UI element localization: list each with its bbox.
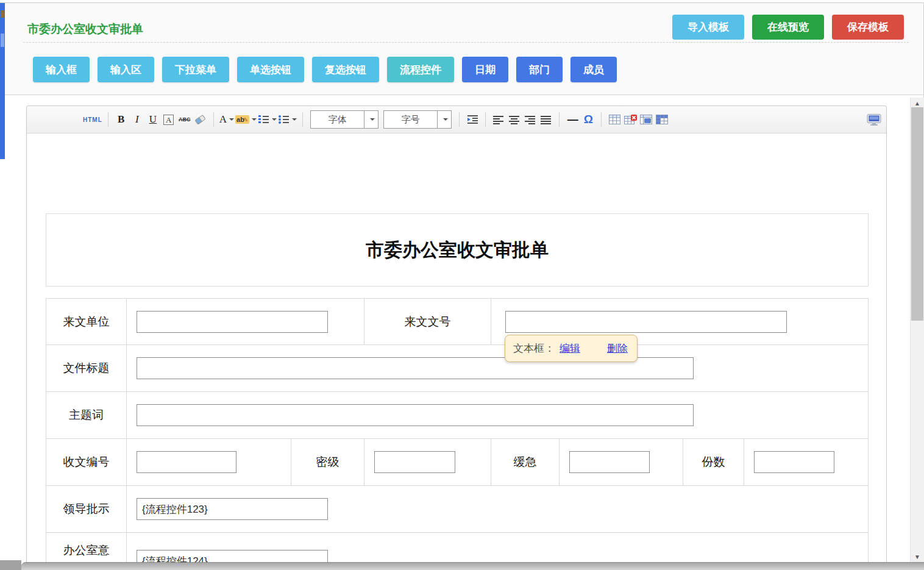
toolbar-separator [601, 112, 602, 127]
form-input-source-unit[interactable] [137, 311, 328, 333]
highlight-icon: ab✎ [235, 115, 249, 124]
underline-button[interactable]: U [146, 111, 160, 128]
bottom-horizontal-bar[interactable] [21, 562, 924, 570]
palette-radio-button[interactable]: 单选按钮 [237, 57, 304, 82]
header: 市委办公室收文审批单 导入模板 在线预览 保存模板 输入框 输入区 下拉菜单 单… [5, 3, 923, 95]
highlight-color-button[interactable]: ab✎ [235, 111, 257, 128]
insert-table-button[interactable] [607, 111, 622, 128]
table-row: 收文编号 密级 缓急 份数 [46, 439, 868, 486]
form-input-subject[interactable] [137, 404, 694, 426]
cell-source-unit [127, 299, 364, 344]
table-merge-icon [640, 115, 652, 124]
label-source-unit: 来文单位 [46, 299, 127, 344]
form-input-leader-note[interactable] [137, 498, 328, 520]
italic-button[interactable]: I [130, 111, 144, 128]
page-title: 市委办公室收文审批单 [27, 21, 143, 37]
palette-checkbox-button[interactable]: 复选按钮 [312, 57, 379, 82]
form-input-receipt-number[interactable] [137, 451, 236, 473]
palette-member-button[interactable]: 成员 [570, 57, 617, 82]
palette-department-button[interactable]: 部门 [516, 57, 563, 82]
font-family-arrow[interactable] [364, 111, 378, 128]
toolbar-separator [485, 112, 486, 127]
control-tooltip: 文本框： 编辑 删除 [505, 335, 638, 362]
form-input-doc-number[interactable] [505, 311, 787, 333]
table-delete-icon [624, 115, 637, 125]
align-right-icon [525, 115, 536, 124]
online-preview-button[interactable]: 在线预览 [752, 15, 824, 40]
font-family-label: 字体 [311, 111, 364, 128]
tooltip-edit-link[interactable]: 编辑 [560, 341, 580, 355]
font-family-select[interactable]: 字体 [310, 110, 378, 129]
toolbar-separator [559, 112, 560, 127]
import-template-button[interactable]: 导入模板 [672, 15, 744, 40]
palette-textarea-button[interactable]: 输入区 [98, 57, 154, 82]
label-classification: 密级 [291, 439, 364, 485]
left-sidebar-sliver [0, 3, 5, 159]
sidebar-sliver-icon [1, 10, 4, 18]
font-color-button[interactable]: A [219, 111, 234, 128]
scroll-down-arrow-icon[interactable]: ▼ [911, 552, 924, 561]
align-justify-icon [541, 115, 552, 124]
dashed-divider [23, 42, 909, 43]
editor-canvas[interactable]: 市委办公室收文审批单 来文单位 来文文号 文件标题 主题词 [27, 134, 886, 570]
ordered-list-icon [258, 115, 269, 124]
font-style-icon[interactable]: A [163, 115, 174, 125]
align-left-button[interactable] [491, 111, 506, 128]
align-center-icon [509, 115, 520, 124]
form-input-copies[interactable] [754, 451, 834, 473]
toolbar-separator [213, 112, 214, 127]
label-doc-number: 来文文号 [364, 299, 491, 344]
tooltip-label: 文本框： [513, 341, 555, 355]
toolbar-separator [459, 112, 460, 127]
bold-button[interactable]: B [114, 111, 129, 128]
toolbar-separator [302, 112, 303, 127]
sidebar-sliver-icon [1, 34, 4, 47]
monitor-icon [867, 114, 881, 126]
table-row: 主题词 [46, 392, 868, 439]
align-justify-button[interactable] [539, 111, 553, 128]
form-input-classification[interactable] [374, 451, 455, 473]
tooltip-delete-link[interactable]: 删除 [607, 341, 628, 355]
chevron-down-icon [443, 118, 448, 121]
form-table: 来文单位 来文文号 文件标题 主题词 [46, 298, 869, 570]
vertical-scrollbar[interactable]: ▲ ▼ [910, 98, 924, 562]
font-size-arrow[interactable] [437, 111, 451, 128]
remove-format-button[interactable] [193, 111, 208, 128]
palette-input-box-button[interactable]: 输入框 [33, 57, 90, 82]
ordered-list-button[interactable] [258, 111, 277, 128]
align-center-button[interactable] [507, 111, 522, 128]
chevron-down-icon [252, 118, 257, 121]
palette-flow-control-button[interactable]: 流程控件 [387, 57, 454, 82]
unordered-list-icon [278, 115, 290, 124]
form-input-urgency[interactable] [569, 451, 650, 473]
indent-button[interactable] [465, 111, 480, 128]
form-title-box: 市委办公室收文审批单 [46, 213, 869, 287]
delete-table-button[interactable] [623, 111, 638, 128]
cell-classification [364, 439, 491, 485]
html-source-button[interactable]: HTML [83, 111, 102, 128]
table-row: 来文单位 来文文号 [46, 299, 868, 345]
horizontal-rule-button[interactable]: — [565, 111, 580, 128]
special-character-button[interactable]: Ω [581, 111, 595, 128]
editor-toolbar: HTML B I U A ABC A ab✎ [27, 106, 886, 134]
font-size-select[interactable]: 字号 [383, 110, 452, 129]
cell-doc-title [127, 345, 868, 391]
palette-dropdown-button[interactable]: 下拉菜单 [162, 57, 229, 82]
pencil-icon: ✎ [243, 116, 248, 123]
palette-date-button[interactable]: 日期 [462, 57, 508, 82]
scroll-up-arrow-icon[interactable]: ▲ [911, 99, 924, 107]
strikethrough-button[interactable]: ABC [177, 111, 192, 128]
fullscreen-button[interactable] [867, 111, 881, 128]
label-copies: 份数 [683, 439, 744, 485]
cell-receipt-number [127, 439, 291, 485]
cell-properties-button[interactable] [655, 111, 669, 128]
align-right-button[interactable] [523, 111, 538, 128]
table-properties-button[interactable] [639, 111, 653, 128]
unordered-list-button[interactable] [278, 111, 297, 128]
table-cells-icon [656, 115, 668, 124]
eraser-icon [194, 114, 207, 125]
chevron-down-icon [229, 118, 234, 121]
save-template-button[interactable]: 保存模板 [832, 15, 904, 40]
label-doc-title: 文件标题 [46, 345, 127, 391]
scrollbar-thumb[interactable] [911, 107, 923, 321]
